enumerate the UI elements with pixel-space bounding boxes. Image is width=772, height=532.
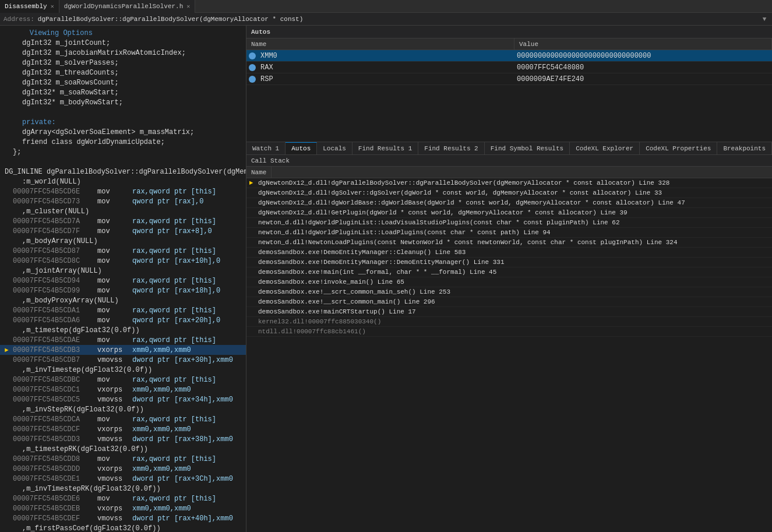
list-item: 00007FFC54B5CDA1 mov rax,qword ptr [this… bbox=[0, 305, 246, 315]
list-item bbox=[0, 157, 246, 167]
list-item: dgArray<dgSolverSoaElement> m_massMatrix… bbox=[0, 127, 246, 137]
list-item: ,m_invStepRK(dgFloat32(0.0f)) bbox=[0, 404, 246, 414]
tab-locals[interactable]: Locals bbox=[317, 142, 352, 155]
cs-row[interactable]: demosSandbox.exe!DemoEntityManager::Clea… bbox=[246, 248, 772, 258]
cs-row[interactable]: dgNewtonDx12_d.dll!dgWorldBase::dgWorldB… bbox=[246, 198, 772, 208]
cs-row-text: demosSandbox.exe!__scrt_common_main_seh(… bbox=[256, 288, 453, 295]
cs-row-text: demosSandbox.exe!DemoEntityManager::Demo… bbox=[256, 259, 506, 266]
autos-row-icon-xmm0 bbox=[246, 52, 258, 59]
autos-row-icon-rsp bbox=[246, 76, 258, 83]
address-bar: Address: dgParallelBodySolver::dgParalle… bbox=[0, 13, 772, 26]
list-item: Viewing Options bbox=[0, 28, 246, 38]
tab-dgworld[interactable]: dgWorldDynamicsParallelSolver.h ✕ bbox=[59, 0, 196, 13]
cs-row[interactable]: demosSandbox.exe!__scrt_common_main() Li… bbox=[246, 297, 772, 307]
register-icon bbox=[249, 52, 256, 59]
cs-row-text: newton_d.dll!dgWorldPluginList::LoadPlug… bbox=[256, 229, 553, 236]
cs-row-text: demosSandbox.exe!invoke_main() Line 65 bbox=[256, 279, 407, 286]
list-item: 00007FFC54B5CD99 mov qword ptr [rax+18h]… bbox=[0, 286, 246, 295]
cs-row-text: newton_d.dll!dgWorldPluginList::LoadVisu… bbox=[256, 219, 622, 226]
callstack-title: Call Stack bbox=[251, 157, 290, 164]
cs-row[interactable]: newton_d.dll!NewtonLoadPlugins(const New… bbox=[246, 238, 772, 248]
cs-row[interactable]: demosSandbox.exe!invoke_main() Line 65 bbox=[246, 277, 772, 287]
list-item: ,m_cluster(NULL) bbox=[0, 206, 246, 216]
list-item: dgInt32 m_jacobianMatrixRowAtomicIndex; bbox=[0, 48, 246, 58]
list-item: 00007FFC54B5CD87 mov rax,qword ptr [this… bbox=[0, 246, 246, 256]
autos-row-icon-rax bbox=[246, 64, 258, 71]
autos-row-xmm0[interactable]: XMM0 00000000000000000000000000000000 bbox=[246, 50, 772, 62]
cs-row[interactable]: dgNewtonDx12_d.dll!GetPlugin(dgWorld * c… bbox=[246, 208, 772, 218]
list-item: dgInt32 m_solverPasses; bbox=[0, 58, 246, 68]
tab-dgworld-label: dgWorldDynamicsParallelSolver.h bbox=[64, 3, 184, 10]
cs-row-text: newton_d.dll!NewtonLoadPlugins(const New… bbox=[256, 239, 680, 246]
cs-row[interactable]: kernel32.dll!00007ffc885030340() bbox=[246, 317, 772, 327]
list-item: ,m_firstPassCoef(dgFloat32(0.0f)) bbox=[0, 523, 246, 532]
autos-header: Autos bbox=[246, 26, 772, 38]
list-item: 00007FFC54B5CD8C mov qword ptr [rax+10h]… bbox=[0, 256, 246, 266]
list-item: 00007FFC54B5CDDD vxorps xmm0,xmm0,xmm0 bbox=[0, 464, 246, 474]
list-item: friend class dgWorldDynamicUpdate; bbox=[0, 137, 246, 147]
tab-autos[interactable]: Autos bbox=[285, 142, 317, 155]
cs-row-text: dgNewtonDx12_d.dll!dgParallelBodySolver:… bbox=[256, 179, 672, 186]
list-item: dgInt32* m_soaRowStart; bbox=[0, 87, 246, 97]
tab-watch1-label: Watch 1 bbox=[252, 145, 279, 152]
autos-col-value: Value bbox=[514, 38, 772, 50]
autos-row-rax[interactable]: RAX 00007FFC54C48080 bbox=[246, 62, 772, 73]
callstack-section: Call Stack Name ► dgNewtonDx12_d.dll!dgP… bbox=[246, 155, 772, 532]
autos-rows: XMM0 00000000000000000000000000000000 RA… bbox=[246, 50, 772, 85]
list-item: 00007FFC54B5CD94 mov rax,qword ptr [this… bbox=[0, 276, 246, 286]
tab-find-results-1-label: Find Results 1 bbox=[358, 145, 412, 152]
cs-row-text: kernel32.dll!00007ffc885030340() bbox=[256, 318, 383, 325]
main-layout: Viewing Options dgInt32 m_jointCount; dg… bbox=[0, 26, 772, 532]
list-item: private: bbox=[0, 117, 246, 127]
list-item: 00007FFC54B5CDD3 vmovss dword ptr [rax+3… bbox=[0, 434, 246, 444]
callstack-header: Call Stack bbox=[246, 155, 772, 167]
tab-breakpoints-label: Breakpoints bbox=[723, 145, 766, 152]
callstack-rows[interactable]: ► dgNewtonDx12_d.dll!dgParallelBodySolve… bbox=[246, 178, 772, 532]
tab-disassembly-label: Disassembly bbox=[5, 3, 47, 10]
list-item: 00007FFC54B5CDEB vxorps xmm0,xmm0,xmm0 bbox=[0, 503, 246, 513]
tab-find-results-1[interactable]: Find Results 1 bbox=[352, 142, 418, 155]
autos-row-name-xmm0: XMM0 bbox=[258, 52, 514, 60]
disassembly-content[interactable]: Viewing Options dgInt32 m_jointCount; dg… bbox=[0, 26, 246, 532]
list-item: 00007FFC54B5CDA6 mov qword ptr [rax+20h]… bbox=[0, 315, 246, 325]
cs-row-text: demosSandbox.exe!DemoEntityManager::Clea… bbox=[256, 249, 468, 256]
address-dropdown-icon[interactable]: ▼ bbox=[760, 16, 769, 23]
autos-row-value-rsp: 0000009AE74FE240 bbox=[514, 75, 772, 83]
close-dgworld-icon[interactable]: ✕ bbox=[186, 3, 190, 10]
tab-breakpoints[interactable]: Breakpoints bbox=[717, 142, 772, 155]
cs-row[interactable]: ntdll.dll!00007ffc88cb1461() bbox=[246, 327, 772, 337]
autos-row-name-rax: RAX bbox=[258, 64, 514, 72]
list-item: ,m_invTimestep(dgFloat32(0.0f)) bbox=[0, 365, 246, 375]
tab-watch1[interactable]: Watch 1 bbox=[246, 142, 285, 155]
tab-find-symbol-results[interactable]: Find Symbol Results bbox=[485, 142, 570, 155]
address-value: dgParallelBodySolver::dgParallelBodySolv… bbox=[38, 16, 760, 23]
tab-codexl-explorer[interactable]: CodeXL Explorer bbox=[570, 142, 640, 155]
list-item-current: ► 00007FFC54B5CDB3 vxorps xmm0,xmm0,xmm0 bbox=[0, 345, 246, 355]
bottom-tabs-row: Watch 1 Autos Locals Find Results 1 Find… bbox=[246, 142, 772, 155]
list-item: ,m_jointArray(NULL) bbox=[0, 266, 246, 276]
list-item: 00007FFC54B5CDC1 vxorps xmm0,xmm0,xmm0 bbox=[0, 385, 246, 394]
cs-row[interactable]: demosSandbox.exe!__scrt_common_main_seh(… bbox=[246, 287, 772, 297]
list-item bbox=[0, 107, 246, 117]
cs-row[interactable]: newton_d.dll!dgWorldPluginList::LoadPlug… bbox=[246, 228, 772, 238]
tab-disassembly[interactable]: Disassembly ✕ bbox=[0, 0, 59, 13]
cs-row-text: dgNewtonDx12_d.dll!dgSolver::dgSolver(dg… bbox=[256, 189, 664, 196]
autos-row-rsp[interactable]: RSP 0000009AE74FE240 bbox=[246, 73, 772, 85]
tab-codexl-properties[interactable]: CodeXL Properties bbox=[640, 142, 717, 155]
cs-row[interactable]: demosSandbox.exe!mainCRTStartup() Line 1… bbox=[246, 307, 772, 317]
viewing-options-label: Viewing Options bbox=[30, 29, 93, 37]
cs-row[interactable]: demosSandbox.exe!main(int __formal, char… bbox=[246, 267, 772, 277]
autos-row-value-rax: 00007FFC54C48080 bbox=[514, 64, 772, 72]
register-icon bbox=[249, 76, 256, 83]
close-disassembly-icon[interactable]: ✕ bbox=[51, 3, 54, 10]
list-item: 00007FFC54B5CD7A mov rax,qword ptr [this… bbox=[0, 216, 246, 226]
tab-find-results-2[interactable]: Find Results 2 bbox=[418, 142, 484, 155]
autos-row-name-rsp: RSP bbox=[258, 75, 514, 83]
cs-row[interactable]: ► dgNewtonDx12_d.dll!dgParallelBodySolve… bbox=[246, 178, 772, 188]
tabs-bar: Disassembly ✕ dgWorldDynamicsParallelSol… bbox=[0, 0, 772, 13]
cs-row[interactable]: newton_d.dll!dgWorldPluginList::LoadVisu… bbox=[246, 218, 772, 228]
cs-row[interactable]: demosSandbox.exe!DemoEntityManager::Demo… bbox=[246, 258, 772, 267]
cs-row-text: demosSandbox.exe!main(int __formal, char… bbox=[256, 269, 499, 276]
list-item: 00007FFC54B5CDC5 vmovss dword ptr [rax+3… bbox=[0, 394, 246, 404]
cs-row[interactable]: dgNewtonDx12_d.dll!dgSolver::dgSolver(dg… bbox=[246, 188, 772, 198]
